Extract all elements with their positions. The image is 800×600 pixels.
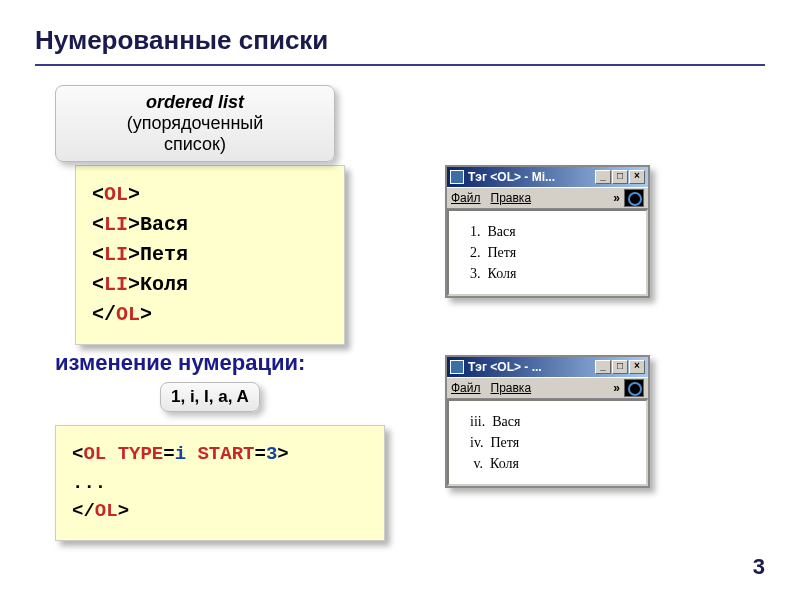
code-line: <LI>Коля bbox=[92, 270, 328, 300]
ie-logo-icon bbox=[624, 379, 644, 397]
callout-line: список) bbox=[70, 134, 320, 155]
code-line: </OL> bbox=[72, 497, 368, 526]
callout-ordered-list: ordered list (упорядоченный список) bbox=[55, 85, 335, 162]
menu-edit[interactable]: Правка bbox=[491, 381, 532, 395]
maximize-button[interactable]: □ bbox=[612, 360, 628, 374]
close-button[interactable]: × bbox=[629, 360, 645, 374]
close-button[interactable]: × bbox=[629, 170, 645, 184]
callout-line: ordered list bbox=[70, 92, 320, 113]
maximize-button[interactable]: □ bbox=[612, 170, 628, 184]
browser-preview-1: Тэг <OL> - Mi... _ □ × Файл Правка » 1. … bbox=[445, 165, 650, 298]
callout-types: 1, i, I, a, A bbox=[160, 382, 260, 412]
window-title: Тэг <OL> - ... bbox=[468, 360, 595, 374]
code-block-2: <OL TYPE=i START=3> ... </OL> bbox=[55, 425, 385, 541]
title-underline bbox=[35, 64, 765, 66]
browser-preview-2: Тэг <OL> - ... _ □ × Файл Правка » iii. … bbox=[445, 355, 650, 488]
callout-line: (упорядоченный bbox=[70, 113, 320, 134]
output-row: 1. Вася bbox=[463, 221, 632, 242]
content-area: iii. Вася iv. Петя v. Коля bbox=[447, 399, 648, 486]
output-row: 3. Коля bbox=[463, 263, 632, 284]
slide: Нумерованные списки ordered list (упоряд… bbox=[0, 0, 800, 600]
ie-icon bbox=[450, 170, 464, 184]
code-line: </OL> bbox=[92, 300, 328, 330]
ie-logo-icon bbox=[624, 189, 644, 207]
menu-more-icon[interactable]: » bbox=[613, 191, 620, 205]
output-row: iii. Вася bbox=[463, 411, 632, 432]
code-line: <LI>Петя bbox=[92, 240, 328, 270]
code-block-1: <OL> <LI>Вася <LI>Петя <LI>Коля </OL> bbox=[75, 165, 345, 345]
window-buttons: _ □ × bbox=[595, 170, 645, 184]
menubar: Файл Правка » bbox=[447, 377, 648, 399]
output-row: v. Коля bbox=[463, 453, 632, 474]
window-buttons: _ □ × bbox=[595, 360, 645, 374]
code-line: ... bbox=[72, 469, 368, 498]
titlebar: Тэг <OL> - Mi... _ □ × bbox=[447, 167, 648, 187]
output-row: iv. Петя bbox=[463, 432, 632, 453]
callout-text: 1, i, I, a, A bbox=[171, 387, 249, 406]
code-line: <LI>Вася bbox=[92, 210, 328, 240]
subtitle: изменение нумерации: bbox=[55, 350, 305, 376]
menu-more-icon[interactable]: » bbox=[613, 381, 620, 395]
menu-edit[interactable]: Правка bbox=[491, 191, 532, 205]
output-row: 2. Петя bbox=[463, 242, 632, 263]
page-number: 3 bbox=[753, 554, 765, 580]
slide-title: Нумерованные списки bbox=[35, 25, 765, 56]
code-line: <OL> bbox=[92, 180, 328, 210]
ie-icon bbox=[450, 360, 464, 374]
minimize-button[interactable]: _ bbox=[595, 170, 611, 184]
menu-file[interactable]: Файл bbox=[451, 381, 481, 395]
menu-file[interactable]: Файл bbox=[451, 191, 481, 205]
minimize-button[interactable]: _ bbox=[595, 360, 611, 374]
titlebar: Тэг <OL> - ... _ □ × bbox=[447, 357, 648, 377]
code-line: <OL TYPE=i START=3> bbox=[72, 440, 368, 469]
window-title: Тэг <OL> - Mi... bbox=[468, 170, 595, 184]
content-area: 1. Вася 2. Петя 3. Коля bbox=[447, 209, 648, 296]
menubar: Файл Правка » bbox=[447, 187, 648, 209]
